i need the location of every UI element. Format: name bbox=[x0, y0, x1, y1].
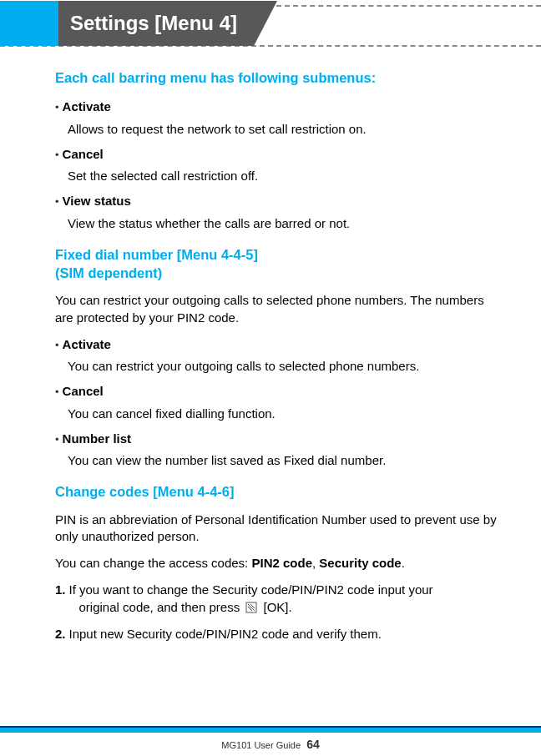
bullet-label: Activate bbox=[63, 98, 111, 115]
footer-guide-label: MG101 User Guide bbox=[221, 740, 301, 750]
bold-pin2: PIN2 code bbox=[251, 556, 312, 570]
bullet-desc: View the status whether the calls are ba… bbox=[68, 215, 504, 232]
bullet-icon: • bbox=[55, 338, 59, 353]
bullet-item: • Activate bbox=[55, 98, 504, 115]
title-tab: Settings [Menu 4] bbox=[0, 1, 254, 46]
bullet-item: • Activate bbox=[55, 336, 504, 353]
step-line2a: original code, and then press bbox=[79, 600, 240, 614]
page-title: Settings [Menu 4] bbox=[58, 1, 254, 46]
ok-key-icon bbox=[245, 601, 257, 617]
bullet-desc: You can cancel fixed dialling function. bbox=[68, 406, 504, 422]
text-span: You can change the access codes: bbox=[55, 556, 251, 570]
section-heading-change-codes: Change codes [Menu 4-4-6] bbox=[55, 482, 504, 501]
bullet-desc: You can restrict your outgoing calls to … bbox=[68, 358, 504, 375]
bullet-label: Cancel bbox=[63, 146, 104, 163]
bold-security: Security code bbox=[319, 556, 401, 570]
step-line2b: [OK]. bbox=[264, 600, 292, 614]
pin-description: PIN is an abbreviation of Personal Ident… bbox=[55, 512, 504, 546]
bullet-label: Cancel bbox=[63, 383, 104, 400]
section-intro: You can restrict your outgoing calls to … bbox=[55, 292, 504, 326]
section-heading-submenus: Each call barring menu has following sub… bbox=[55, 68, 504, 87]
page-content: Each call barring menu has following sub… bbox=[0, 47, 541, 643]
bullet-icon: • bbox=[55, 100, 59, 115]
bullet-desc: Set the selected call restriction off. bbox=[68, 168, 504, 184]
text-span: . bbox=[402, 556, 405, 570]
bullet-label: View status bbox=[63, 193, 131, 209]
bullet-item: • Number list bbox=[55, 431, 504, 447]
bullet-icon: • bbox=[55, 194, 59, 209]
bullet-item: • Cancel bbox=[55, 146, 504, 163]
bullet-item: • Cancel bbox=[55, 383, 504, 400]
step-line1: If you want to change the Security code/… bbox=[69, 582, 433, 597]
header-strip: Settings [Menu 4] bbox=[0, 5, 541, 47]
bullet-label: Activate bbox=[63, 336, 111, 353]
bullet-label: Number list bbox=[63, 431, 132, 447]
tab-accent bbox=[0, 1, 58, 46]
section-heading-fixed-dial: Fixed dial number [Menu 4-4-5] (SIM depe… bbox=[55, 245, 504, 283]
bullet-desc: Allows to request the network to set cal… bbox=[68, 121, 504, 138]
step-number: 1. bbox=[55, 582, 66, 598]
bullet-icon: • bbox=[55, 385, 59, 400]
heading-line2: (SIM dependent) bbox=[55, 264, 504, 282]
access-codes-line: You can change the access codes: PIN2 co… bbox=[55, 555, 504, 572]
numbered-step: 1. If you want to change the Security co… bbox=[55, 582, 504, 617]
step-number: 2. bbox=[55, 626, 66, 643]
bullet-icon: • bbox=[55, 432, 59, 447]
footer: MG101 User Guide 64 bbox=[0, 738, 541, 751]
step-text: If you want to change the Security code/… bbox=[69, 582, 504, 617]
heading-line1: Fixed dial number [Menu 4-4-5] bbox=[55, 245, 504, 264]
page-number: 64 bbox=[306, 738, 320, 751]
step-text: Input new Security code/PIN/PIN2 code an… bbox=[69, 626, 504, 643]
bullet-icon: • bbox=[55, 148, 59, 163]
numbered-step: 2. Input new Security code/PIN/PIN2 code… bbox=[55, 626, 504, 643]
bullet-item: • View status bbox=[55, 193, 504, 209]
footer-accent-bar bbox=[0, 726, 541, 733]
bullet-desc: You can view the number list saved as Fi… bbox=[68, 452, 504, 469]
